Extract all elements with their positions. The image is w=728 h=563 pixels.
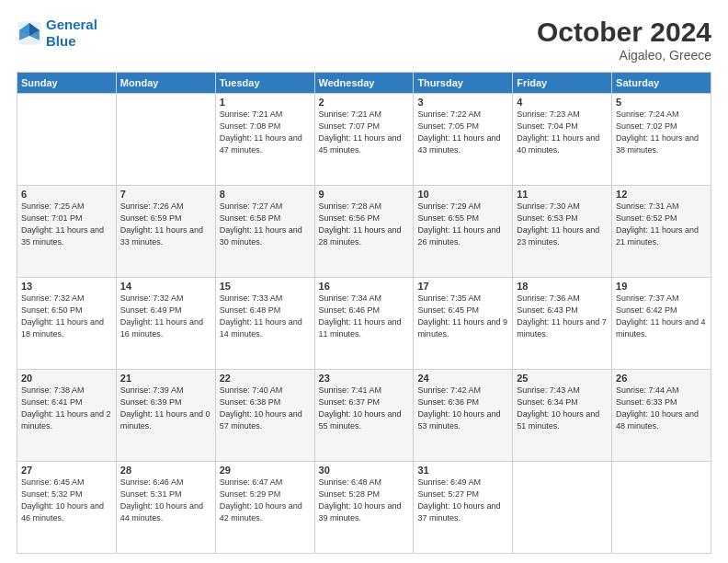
- col-saturday: Saturday: [612, 73, 711, 94]
- calendar-cell: 18Sunrise: 7:36 AMSunset: 6:43 PMDayligh…: [513, 278, 612, 370]
- cell-content: Sunrise: 6:46 AMSunset: 5:31 PMDaylight:…: [120, 477, 211, 524]
- calendar-cell: 2Sunrise: 7:21 AMSunset: 7:07 PMDaylight…: [314, 94, 414, 186]
- calendar-table: Sunday Monday Tuesday Wednesday Thursday…: [17, 72, 711, 554]
- calendar-cell: 20Sunrise: 7:38 AMSunset: 6:41 PMDayligh…: [17, 370, 117, 462]
- day-number: 16: [319, 281, 410, 292]
- day-number: 11: [517, 189, 608, 200]
- day-number: 1: [220, 97, 311, 108]
- day-number: 27: [21, 465, 112, 476]
- cell-content: Sunrise: 7:26 AMSunset: 6:59 PMDaylight:…: [120, 201, 211, 248]
- cell-content: Sunrise: 7:21 AMSunset: 7:08 PMDaylight:…: [220, 109, 311, 156]
- day-number: 13: [21, 281, 112, 292]
- calendar-cell: 27Sunrise: 6:45 AMSunset: 5:32 PMDayligh…: [17, 462, 117, 554]
- cell-content: Sunrise: 6:48 AMSunset: 5:28 PMDaylight:…: [319, 477, 410, 524]
- calendar-cell: 4Sunrise: 7:23 AMSunset: 7:04 PMDaylight…: [513, 94, 612, 186]
- cell-content: Sunrise: 7:32 AMSunset: 6:49 PMDaylight:…: [120, 293, 211, 340]
- day-number: 23: [319, 373, 410, 384]
- day-number: 5: [616, 97, 707, 108]
- header-row: Sunday Monday Tuesday Wednesday Thursday…: [17, 73, 711, 94]
- calendar-cell: [17, 94, 117, 186]
- cell-content: Sunrise: 6:47 AMSunset: 5:29 PMDaylight:…: [220, 477, 311, 524]
- day-number: 10: [417, 189, 508, 200]
- day-number: 28: [120, 465, 211, 476]
- calendar-cell: 17Sunrise: 7:35 AMSunset: 6:45 PMDayligh…: [414, 278, 513, 370]
- page: General Blue October 2024 Aigaleo, Greec…: [0, 0, 728, 563]
- calendar-cell: [612, 462, 711, 554]
- cell-content: Sunrise: 7:37 AMSunset: 6:42 PMDaylight:…: [616, 293, 707, 340]
- calendar-body: 1Sunrise: 7:21 AMSunset: 7:08 PMDaylight…: [17, 94, 711, 554]
- calendar-cell: 22Sunrise: 7:40 AMSunset: 6:38 PMDayligh…: [215, 370, 314, 462]
- calendar-cell: 30Sunrise: 6:48 AMSunset: 5:28 PMDayligh…: [314, 462, 414, 554]
- cell-content: Sunrise: 7:23 AMSunset: 7:04 PMDaylight:…: [517, 109, 608, 156]
- cell-content: Sunrise: 7:21 AMSunset: 7:07 PMDaylight:…: [319, 109, 410, 156]
- day-number: 20: [21, 373, 112, 384]
- day-number: 9: [319, 189, 410, 200]
- col-thursday: Thursday: [414, 73, 513, 94]
- cell-content: Sunrise: 7:40 AMSunset: 6:38 PMDaylight:…: [220, 385, 311, 432]
- day-number: 3: [417, 97, 508, 108]
- calendar-cell: 14Sunrise: 7:32 AMSunset: 6:49 PMDayligh…: [116, 278, 215, 370]
- cell-content: Sunrise: 7:42 AMSunset: 6:36 PMDaylight:…: [417, 385, 508, 432]
- location-subtitle: Aigaleo, Greece: [537, 48, 711, 63]
- cell-content: Sunrise: 7:27 AMSunset: 6:58 PMDaylight:…: [220, 201, 311, 248]
- calendar-cell: 5Sunrise: 7:24 AMSunset: 7:02 PMDaylight…: [612, 94, 711, 186]
- day-number: 31: [417, 465, 508, 476]
- calendar-week-2: 13Sunrise: 7:32 AMSunset: 6:50 PMDayligh…: [17, 278, 711, 370]
- day-number: 17: [417, 281, 508, 292]
- calendar-cell: 26Sunrise: 7:44 AMSunset: 6:33 PMDayligh…: [612, 370, 711, 462]
- cell-content: Sunrise: 7:44 AMSunset: 6:33 PMDaylight:…: [616, 385, 707, 432]
- calendar-cell: 12Sunrise: 7:31 AMSunset: 6:52 PMDayligh…: [612, 186, 711, 278]
- header: General Blue October 2024 Aigaleo, Greec…: [17, 17, 711, 63]
- day-number: 2: [319, 97, 410, 108]
- day-number: 14: [120, 281, 211, 292]
- day-number: 30: [319, 465, 410, 476]
- day-number: 29: [220, 465, 311, 476]
- calendar-cell: 9Sunrise: 7:28 AMSunset: 6:56 PMDaylight…: [314, 186, 414, 278]
- calendar-cell: 15Sunrise: 7:33 AMSunset: 6:48 PMDayligh…: [215, 278, 314, 370]
- calendar-week-0: 1Sunrise: 7:21 AMSunset: 7:08 PMDaylight…: [17, 94, 711, 186]
- day-number: 6: [21, 189, 112, 200]
- cell-content: Sunrise: 7:25 AMSunset: 7:01 PMDaylight:…: [21, 201, 112, 248]
- calendar-header: Sunday Monday Tuesday Wednesday Thursday…: [17, 73, 711, 94]
- day-number: 15: [220, 281, 311, 292]
- calendar-cell: 23Sunrise: 7:41 AMSunset: 6:37 PMDayligh…: [314, 370, 414, 462]
- cell-content: Sunrise: 7:30 AMSunset: 6:53 PMDaylight:…: [517, 201, 608, 248]
- col-monday: Monday: [116, 73, 215, 94]
- calendar-cell: 8Sunrise: 7:27 AMSunset: 6:58 PMDaylight…: [215, 186, 314, 278]
- calendar-cell: 29Sunrise: 6:47 AMSunset: 5:29 PMDayligh…: [215, 462, 314, 554]
- calendar-cell: 31Sunrise: 6:49 AMSunset: 5:27 PMDayligh…: [414, 462, 513, 554]
- day-number: 25: [517, 373, 608, 384]
- calendar-cell: 28Sunrise: 6:46 AMSunset: 5:31 PMDayligh…: [116, 462, 215, 554]
- day-number: 22: [220, 373, 311, 384]
- calendar-cell: 21Sunrise: 7:39 AMSunset: 6:39 PMDayligh…: [116, 370, 215, 462]
- cell-content: Sunrise: 7:28 AMSunset: 6:56 PMDaylight:…: [319, 201, 410, 248]
- calendar-cell: 13Sunrise: 7:32 AMSunset: 6:50 PMDayligh…: [17, 278, 117, 370]
- calendar-cell: 24Sunrise: 7:42 AMSunset: 6:36 PMDayligh…: [414, 370, 513, 462]
- calendar-cell: 11Sunrise: 7:30 AMSunset: 6:53 PMDayligh…: [513, 186, 612, 278]
- cell-content: Sunrise: 7:33 AMSunset: 6:48 PMDaylight:…: [220, 293, 311, 340]
- day-number: 21: [120, 373, 211, 384]
- logo: General Blue: [17, 17, 97, 50]
- day-number: 18: [517, 281, 608, 292]
- col-wednesday: Wednesday: [314, 73, 414, 94]
- cell-content: Sunrise: 7:38 AMSunset: 6:41 PMDaylight:…: [21, 385, 112, 432]
- cell-content: Sunrise: 6:49 AMSunset: 5:27 PMDaylight:…: [417, 477, 508, 524]
- calendar-week-3: 20Sunrise: 7:38 AMSunset: 6:41 PMDayligh…: [17, 370, 711, 462]
- cell-content: Sunrise: 7:41 AMSunset: 6:37 PMDaylight:…: [319, 385, 410, 432]
- logo-line1: General: [46, 17, 97, 32]
- calendar-cell: [116, 94, 215, 186]
- calendar-cell: 10Sunrise: 7:29 AMSunset: 6:55 PMDayligh…: [414, 186, 513, 278]
- logo-icon: [17, 20, 42, 46]
- day-number: 19: [616, 281, 707, 292]
- month-title: October 2024: [537, 17, 711, 48]
- day-number: 24: [417, 373, 508, 384]
- day-number: 7: [120, 189, 211, 200]
- cell-content: Sunrise: 6:45 AMSunset: 5:32 PMDaylight:…: [21, 477, 112, 524]
- cell-content: Sunrise: 7:34 AMSunset: 6:46 PMDaylight:…: [319, 293, 410, 340]
- day-number: 8: [220, 189, 311, 200]
- cell-content: Sunrise: 7:36 AMSunset: 6:43 PMDaylight:…: [517, 293, 608, 340]
- logo-line2: Blue: [46, 33, 76, 49]
- cell-content: Sunrise: 7:24 AMSunset: 7:02 PMDaylight:…: [616, 109, 707, 156]
- col-sunday: Sunday: [17, 73, 117, 94]
- cell-content: Sunrise: 7:22 AMSunset: 7:05 PMDaylight:…: [417, 109, 508, 156]
